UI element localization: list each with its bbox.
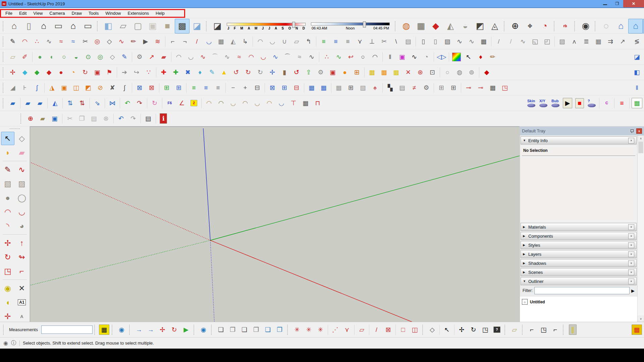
view-iso-icon[interactable]: ⌂: [7, 19, 21, 34]
stretch-diag-icon[interactable]: ⇘: [91, 98, 103, 109]
section-outliner[interactable]: ▼ Outliner ×: [521, 277, 637, 285]
shape-pencil-icon[interactable]: ✎: [118, 51, 130, 63]
curviloft-half-2-icon[interactable]: ◠: [263, 98, 275, 109]
corner-dim-1-icon[interactable]: ⌐: [526, 324, 538, 336]
compass-c-icon[interactable]: ◌: [599, 19, 613, 34]
snip-icon[interactable]: ✂: [378, 36, 390, 47]
trash-bin-icon[interactable]: ▮: [278, 67, 290, 78]
slash-b-icon[interactable]: /: [505, 36, 517, 47]
move-vertex-icon[interactable]: ✢: [456, 324, 468, 336]
help-pillow-icon[interactable]: ?: [586, 98, 598, 109]
move-mini-red-icon[interactable]: ✢: [157, 324, 168, 336]
stacked-arcs-icon[interactable]: ≈: [55, 36, 67, 47]
image-grid-icon[interactable]: ▧: [357, 82, 369, 94]
axes-icon[interactable]: ✛: [1, 310, 14, 323]
slope-ne-icon[interactable]: ↗: [616, 36, 629, 47]
menu-window[interactable]: Window: [102, 11, 124, 16]
new-model-icon[interactable]: ⊕: [24, 113, 37, 124]
corner-dim-2-icon[interactable]: ◳: [538, 324, 549, 336]
view-right-icon[interactable]: ▭: [80, 19, 95, 34]
outliner-details-icon[interactable]: ▶: [631, 288, 635, 293]
quad-cursor-icon[interactable]: ▰: [7, 98, 19, 109]
arrow-ne-red-icon[interactable]: ↗: [146, 51, 158, 63]
eraser-icon[interactable]: ▰: [15, 146, 29, 159]
section-close-icon[interactable]: ×: [628, 269, 634, 275]
menu-draw[interactable]: Draw: [68, 11, 85, 16]
toolbar-grip[interactable]: [3, 325, 5, 335]
toolbar-grip[interactable]: [563, 325, 565, 335]
rows-lines-icon[interactable]: ≣: [580, 36, 592, 47]
mini-curve-8-icon[interactable]: ◡: [257, 51, 269, 63]
corner-rule-2-icon[interactable]: ¬: [179, 36, 191, 47]
toolbar-grip[interactable]: [422, 325, 425, 335]
rotate-vertex-icon[interactable]: ↻: [468, 324, 479, 336]
mesh-t-icon[interactable]: ▦: [300, 98, 312, 109]
red-pencil-icon[interactable]: ✐: [19, 51, 31, 63]
sphere-white-icon[interactable]: ○: [441, 67, 453, 78]
trap-delete-icon[interactable]: ⊘: [94, 82, 106, 94]
calc-grid-icon[interactable]: ⊞: [345, 82, 357, 94]
menu-extensions[interactable]: Extensions: [124, 11, 153, 16]
loop-oval-2-icon[interactable]: ◐: [46, 51, 58, 63]
arrow-gray-icon[interactable]: ➔: [118, 67, 130, 78]
flatten-page-icon[interactable]: ▱: [7, 51, 19, 63]
shadow-settings-icon[interactable]: ◪: [210, 19, 225, 34]
hatch-panel-icon[interactable]: ▨: [441, 36, 453, 47]
list-x-icon[interactable]: ≠: [408, 82, 420, 94]
frame-red-icon[interactable]: ▣: [91, 67, 103, 78]
topo-contours-icon[interactable]: ◍: [399, 19, 414, 34]
drop-water-icon[interactable]: ♦: [194, 67, 206, 78]
loop-oval-4-icon[interactable]: ◒: [70, 51, 82, 63]
cut-icon[interactable]: ✂: [64, 113, 76, 124]
section-close-icon[interactable]: ×: [628, 233, 634, 239]
lasso-shape-icon[interactable]: ◇: [106, 51, 118, 63]
grid-red-a-icon[interactable]: ⊟: [290, 82, 303, 94]
warn-triangle-icon[interactable]: ▲: [218, 67, 230, 78]
push-pull-icon[interactable]: ↑: [15, 236, 29, 250]
orbit-swirl-icon[interactable]: ◉: [116, 324, 127, 336]
section-close-icon[interactable]: ×: [628, 251, 634, 257]
section-entity-info[interactable]: ▼ Entity Info ×: [521, 136, 637, 144]
house-blue-icon[interactable]: ⌂: [628, 19, 643, 34]
s-pencil-icon[interactable]: ∫: [118, 82, 130, 94]
cone-mini-icon[interactable]: ◭: [227, 36, 239, 47]
attract-pick-icon[interactable]: ✳: [315, 324, 326, 336]
toolbar-grip[interactable]: [3, 21, 5, 31]
grid-a2-icon[interactable]: ⊞: [435, 82, 447, 94]
arc-plain-icon[interactable]: ◠: [369, 51, 381, 63]
back-arrow-icon[interactable]: ↰: [303, 36, 315, 47]
grid-orange-icon[interactable]: ▦: [378, 67, 390, 78]
bowtie-flip-icon[interactable]: ⋈: [106, 98, 118, 109]
fredoscale-f6-icon[interactable]: F6: [164, 98, 176, 109]
sine-a-icon[interactable]: ∿: [453, 36, 466, 47]
zoom-ball-icon[interactable]: ◍: [453, 67, 466, 78]
grid-b2-icon[interactable]: ⊞: [447, 82, 460, 94]
toolbar-grip[interactable]: [504, 325, 507, 335]
erase-icon[interactable]: ⊗: [100, 113, 112, 124]
z-fold-icon[interactable]: ◩: [82, 82, 94, 94]
door-b-icon[interactable]: ▯: [429, 36, 441, 47]
rotate-icon[interactable]: ↻: [1, 250, 14, 264]
play-button-icon[interactable]: ▶: [561, 98, 574, 109]
eraser-red-icon[interactable]: ▰: [158, 51, 170, 63]
quad-face-icon[interactable]: ▦: [414, 19, 428, 34]
restore-button[interactable]: ❐: [611, 0, 623, 7]
shape-poly-icon[interactable]: ◇: [103, 36, 115, 47]
polyline-dots-icon[interactable]: ∴: [31, 36, 43, 47]
bucket-red-icon[interactable]: ◆: [481, 67, 493, 78]
sun-angle-icon[interactable]: ◔: [537, 19, 552, 34]
mini-curve-12-icon[interactable]: ∿: [306, 51, 318, 63]
box-verts-1-icon[interactable]: □: [397, 324, 409, 336]
x-dots-icon[interactable]: ✕: [402, 67, 414, 78]
pin-icon[interactable]: [630, 129, 634, 133]
style-monochrome-icon[interactable]: ◪: [190, 19, 204, 34]
section-materials[interactable]: ▶ Materials ×: [521, 223, 637, 231]
link-red-2-icon[interactable]: ⊸: [475, 82, 487, 94]
follow-me-icon[interactable]: ↬: [15, 250, 29, 264]
toolbar-grip[interactable]: [3, 67, 5, 77]
list-eq-3-icon[interactable]: ≡: [212, 82, 224, 94]
last-lines-icon[interactable]: ≶: [631, 36, 643, 47]
clamp-tool-icon[interactable]: ⊦: [19, 82, 31, 94]
section-close-icon[interactable]: ×: [628, 224, 634, 230]
plane-flatten-icon[interactable]: ▱: [508, 324, 520, 336]
